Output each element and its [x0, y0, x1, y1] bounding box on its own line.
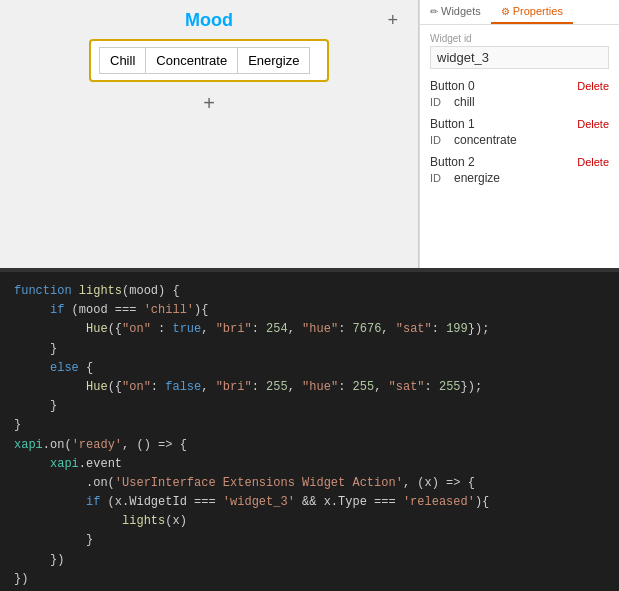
button-2-id-label: ID [430, 172, 448, 184]
button-2-label: Button 2 [430, 155, 475, 169]
button-0-label: Button 0 [430, 79, 475, 93]
widget-title: Mood [185, 10, 233, 31]
button-0-row: Button 0 Delete [430, 79, 609, 93]
tab-properties-label: Properties [513, 5, 563, 17]
button-1-id-row: ID concentrate [430, 133, 609, 147]
tab-properties[interactable]: ⚙ Properties [491, 0, 573, 24]
add-row-button[interactable]: + [89, 92, 329, 115]
button-2-id-value[interactable]: energize [454, 171, 500, 185]
properties-body: Widget id widget_3 Button 0 Delete ID ch… [420, 25, 619, 268]
properties-icon: ⚙ [501, 6, 510, 17]
button-1-label: Button 1 [430, 117, 475, 131]
button-group-container: Chill Concentrate Energize [89, 39, 329, 82]
tab-widgets-label: Widgets [441, 5, 481, 17]
tab-widgets[interactable]: ✏ Widgets [420, 0, 491, 24]
button-0-id-value[interactable]: chill [454, 95, 475, 109]
button-group-chill[interactable]: Chill [99, 47, 145, 74]
code-block: function lights(mood) { if (mood === 'ch… [14, 282, 605, 591]
button-0-id-row: ID chill [430, 95, 609, 109]
widget-id-value[interactable]: widget_3 [430, 46, 609, 69]
button-0-id-label: ID [430, 96, 448, 108]
properties-tabs: ✏ Widgets ⚙ Properties [420, 0, 619, 25]
button-group-concentrate[interactable]: Concentrate [145, 47, 237, 74]
button-0-delete[interactable]: Delete [577, 80, 609, 92]
widget-preview-panel: Mood + Chill Concentrate Energize + [0, 0, 419, 268]
widget-id-label: Widget id [430, 33, 609, 44]
button-1-row: Button 1 Delete [430, 117, 609, 131]
button-2-id-row: ID energize [430, 171, 609, 185]
widget-title-add-button[interactable]: + [387, 10, 398, 31]
button-1-id-value[interactable]: concentrate [454, 133, 517, 147]
widgets-icon: ✏ [430, 6, 438, 17]
button-1-id-label: ID [430, 134, 448, 146]
button-2-row: Button 2 Delete [430, 155, 609, 169]
code-editor[interactable]: function lights(mood) { if (mood === 'ch… [0, 270, 619, 591]
button-group-energize[interactable]: Energize [237, 47, 310, 74]
button-1-delete[interactable]: Delete [577, 118, 609, 130]
properties-panel: ✏ Widgets ⚙ Properties Widget id widget_… [419, 0, 619, 268]
widget-title-bar: Mood + [10, 10, 408, 31]
button-2-delete[interactable]: Delete [577, 156, 609, 168]
